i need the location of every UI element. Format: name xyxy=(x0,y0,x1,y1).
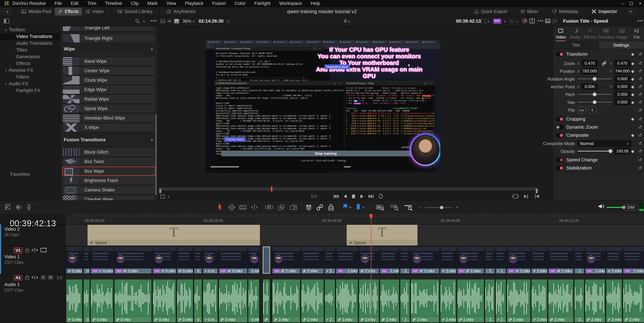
inspector-tab-effects[interactable]: Effects xyxy=(582,26,597,41)
play-icon[interactable] xyxy=(360,194,364,199)
minimize-button-icon[interactable]: – xyxy=(621,1,624,6)
page-collapse-button[interactable]: ∨ xyxy=(628,9,634,15)
sidebar-item-effects[interactable]: Effects xyxy=(0,60,60,67)
previous-edit-icon[interactable] xyxy=(534,194,540,199)
transition-triangle-right[interactable]: Triangle Right xyxy=(62,34,155,43)
panel-collapse-button[interactable]: ∨ xyxy=(4,9,11,15)
video-clip[interactable]: 0.m... xyxy=(203,246,218,274)
flip-horizontal-button[interactable]: ▸|◂ xyxy=(578,106,586,114)
video-1-lock-icon[interactable] xyxy=(25,248,29,253)
stabilization-toggle[interactable] xyxy=(556,166,564,170)
transition-clock-wipe[interactable]: Clock Wipe xyxy=(62,76,155,85)
video-clip[interactable]: PXY2.mkv xyxy=(457,246,484,274)
media-pool-button[interactable]: Media Pool xyxy=(18,8,55,16)
video-clip[interactable]: 0... xyxy=(194,246,202,274)
audio-clip[interactable]: 2.mkv xyxy=(272,279,300,322)
video-clip[interactable]: 2... xyxy=(325,246,335,274)
menu-fusion[interactable]: Fusion xyxy=(208,1,230,6)
zoom-link-icon[interactable] xyxy=(602,61,606,66)
inspector-tab-video[interactable]: Video xyxy=(554,26,568,41)
snapping-magnet-icon[interactable] xyxy=(306,204,312,211)
sidebar-item-audio-transitions[interactable]: Audio Transitions xyxy=(0,40,60,47)
audio-clip[interactable]: 2.mkv xyxy=(411,279,440,322)
menu-file[interactable]: File xyxy=(50,1,66,6)
video-1-track-badge[interactable]: V1 xyxy=(14,247,22,254)
video-clip[interactable]: PXY2.mkv xyxy=(380,246,399,274)
position-keyframe-icon[interactable]: ◆ xyxy=(631,69,634,74)
video-clip[interactable]: 2.mkv xyxy=(531,246,547,274)
replace-clip-icon[interactable] xyxy=(290,204,298,211)
cinema-viewer-icon[interactable] xyxy=(512,194,519,199)
sidebar-item-audio-fx[interactable]: ∨Audio FX xyxy=(0,80,60,87)
anchor-y-field[interactable]: 0.000 xyxy=(614,83,631,90)
video-clip[interactable]: PXY2.mkv xyxy=(272,246,300,274)
fusion-title-clip[interactable]: TSpeed xyxy=(88,225,260,245)
audio-clip[interactable] xyxy=(263,279,270,322)
inspector-tab-image[interactable]: Image xyxy=(615,26,630,41)
video-clip[interactable]: PXY2.mkv xyxy=(585,246,605,274)
audio-clip[interactable]: 2.mkv xyxy=(548,279,574,322)
audio-1-track-name[interactable]: Audio 1 xyxy=(4,282,20,287)
audio-1-autoselect-icon[interactable] xyxy=(31,275,38,280)
transition-radial-wipe[interactable]: Radial Wipe xyxy=(62,95,155,104)
full-extent-zoom-icon[interactable] xyxy=(376,204,384,211)
cropping-reset-icon[interactable]: ↺ xyxy=(638,117,642,122)
transition-camera-shake[interactable]: Camera Shake xyxy=(62,185,155,194)
audio-clip[interactable]: 2.mkv xyxy=(457,279,484,322)
composite-mode-reset-icon[interactable]: ↺ xyxy=(638,141,642,146)
restore-button-icon[interactable] xyxy=(630,2,633,5)
marker-icon[interactable] xyxy=(356,204,360,210)
audio-clip[interactable]: 2.mkv xyxy=(380,279,399,322)
position-x-field[interactable]: 763.000 xyxy=(582,68,598,74)
transform-keyframe-icon[interactable]: ◆ xyxy=(631,52,634,57)
library-sidebar-toggle-icon[interactable] xyxy=(4,19,9,24)
marker-chevron-icon[interactable]: ∨ xyxy=(362,205,365,209)
cropping-toggle[interactable] xyxy=(556,117,564,121)
viewer-more-options-icon[interactable]: ••• xyxy=(538,18,544,24)
keyframes-button[interactable]: Keyframes xyxy=(163,8,199,16)
flag-chevron-icon[interactable]: ∨ xyxy=(349,205,352,209)
transition-x-wipe[interactable]: X Wipe xyxy=(62,123,155,132)
viewer-filmstrip-icon[interactable] xyxy=(167,19,172,23)
sidebar-item-video-transitions[interactable]: Video Transitions xyxy=(0,33,60,40)
video-clip[interactable]: 0.... xyxy=(84,246,90,274)
transform-reset-icon[interactable]: ↺ xyxy=(638,52,642,57)
resize-mode-icon[interactable] xyxy=(160,194,165,199)
video-clip[interactable]: PXY0.mkv xyxy=(90,246,113,274)
audio-clip[interactable]: 2... xyxy=(325,279,335,322)
go-to-first-frame-icon[interactable] xyxy=(333,194,339,199)
video-clip[interactable]: 0.mkv xyxy=(177,246,193,274)
viewer-gallery-icon[interactable] xyxy=(160,19,165,23)
stabilization-reset-icon[interactable]: ↺ xyxy=(638,165,642,171)
sidebar-item-filters[interactable]: Filters xyxy=(0,74,60,80)
zoom-out-icon[interactable]: − xyxy=(418,204,421,210)
custom-zoom-icon[interactable] xyxy=(404,204,413,211)
tab-title[interactable]: Title xyxy=(554,41,599,49)
inspector-tab-file[interactable]: File xyxy=(629,26,644,41)
inspector-more-options-icon[interactable]: ••• xyxy=(637,18,644,24)
transform-toggle[interactable] xyxy=(556,52,564,57)
video-clip[interactable]: PXY2.mkv xyxy=(507,246,530,274)
audio-clip[interactable]: 0.m... xyxy=(203,279,218,322)
jog-control-icon[interactable]: ⟨•⟩ xyxy=(311,194,317,199)
inspector-tab-transition[interactable]: Transition xyxy=(597,26,615,41)
menu-workspace[interactable]: Workspace xyxy=(275,1,306,6)
opacity-slider[interactable] xyxy=(578,151,611,151)
transition-venetian-blind-wipe[interactable]: Venetian Blind Wipe xyxy=(62,114,155,123)
audio-clip[interactable]: 0.mkv xyxy=(90,279,113,322)
effects-more-options-icon[interactable]: ••• xyxy=(151,18,157,24)
transition-spiral-wipe[interactable]: Spiral Wipe xyxy=(62,104,155,113)
audio-clip[interactable]: 2.mkv xyxy=(507,279,530,322)
flag-icon[interactable] xyxy=(343,204,348,210)
sidebar-item-titles[interactable]: ›Titles xyxy=(0,47,60,53)
resize-mode-chevron-icon[interactable]: ∨ xyxy=(167,194,170,199)
step-back-icon[interactable] xyxy=(343,194,347,199)
section-header-fusion-transitions[interactable]: Fusion Transitions∧ xyxy=(64,137,153,143)
dynamic-trim-icon[interactable] xyxy=(251,204,258,211)
transition-block-glitch[interactable]: Block Glitch xyxy=(62,148,155,157)
loop-playback-icon[interactable] xyxy=(378,194,383,199)
safe-area-chevron-icon[interactable]: ∨ xyxy=(487,19,490,23)
razor-edit-mode-icon[interactable] xyxy=(239,204,246,211)
color-viewer-icon[interactable] xyxy=(522,19,527,24)
search-options-chevron-icon[interactable]: ∨ xyxy=(143,19,145,23)
